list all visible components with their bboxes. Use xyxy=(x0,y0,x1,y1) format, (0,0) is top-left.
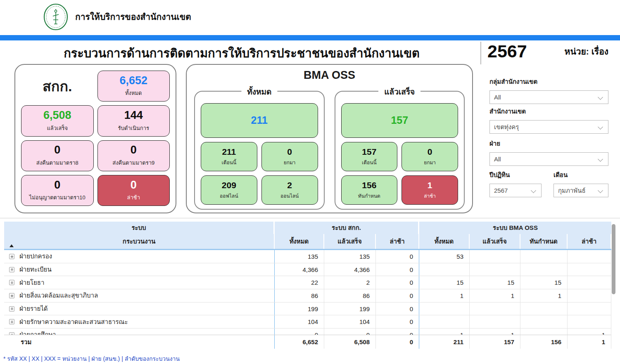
district-dropdown[interactable]: เขตทุ่งครุ xyxy=(489,120,608,134)
oss-done-ontime-card: 156 ทันกำหนด xyxy=(341,175,398,205)
oss-total-group: ทั้งหมด 211 211 เดือนนี้ 0 ยกมา 209 xyxy=(194,91,325,210)
group-header-bma-oss: ระบบ BMA OSS xyxy=(419,222,611,234)
cell: 1 xyxy=(419,329,470,335)
chevron-down-icon xyxy=(598,156,603,162)
oss-total-offline-card: 209 ออฟไลน์ xyxy=(201,175,257,205)
scrollbar-thumb[interactable] xyxy=(612,224,615,294)
cell: 15 xyxy=(470,276,520,289)
expand-icon[interactable] xyxy=(9,254,14,259)
sakok-card-return8: 0 ส่งคืนตามมาตรา8 xyxy=(21,140,94,171)
sakok-return8-label: ส่งคืนตามมาตรา8 xyxy=(36,158,78,167)
oss-total-carried-card: 0 ยกมา xyxy=(261,142,318,171)
sakok-return8-value: 0 xyxy=(54,144,60,156)
cell xyxy=(470,250,520,263)
sakok-card-done: 6,508 แล้วเสร็จ xyxy=(21,105,94,136)
expand-icon[interactable] xyxy=(9,332,14,335)
oss-done-late-value: 1 xyxy=(428,180,432,190)
oss-total-online-label: ออนไลน์ xyxy=(280,192,299,200)
expand-icon[interactable] xyxy=(9,293,14,298)
chevron-down-icon xyxy=(598,124,603,130)
cell xyxy=(568,250,611,263)
app-title: การให้บริการของสำนักงานเขต xyxy=(75,10,191,24)
table-scrollbar[interactable] xyxy=(612,224,616,348)
total-cell: 211 xyxy=(419,335,470,349)
col-header-sakok-total[interactable]: ทั้งหมด xyxy=(275,234,324,249)
expand-icon[interactable] xyxy=(9,267,14,272)
col-header-oss-ontime[interactable]: ทันกำหนด xyxy=(520,234,568,249)
col-header-process[interactable]: กระบวนงาน xyxy=(4,234,275,249)
cell xyxy=(470,263,520,276)
oss-done-late-card: 1 ล่าช้า xyxy=(401,175,458,205)
table-column-header-row: กระบวนงาน ทั้งหมด แล้วเสร็จ ล่าช้า ทั้งห… xyxy=(4,234,611,250)
cell: 1 xyxy=(470,289,520,302)
col-header-oss-done[interactable]: แล้วเสร็จ xyxy=(470,234,520,249)
division-dropdown-value: All xyxy=(494,156,501,163)
table-group-header-row: ระบบ ระบบ สกก. ระบบ BMA OSS xyxy=(4,222,611,234)
cell: 0 xyxy=(376,250,419,263)
total-cell: 6,652 xyxy=(275,335,324,349)
oss-total-thismonth-card: 211 เดือนนี้ xyxy=(201,142,257,171)
sakok-return9-value: 0 xyxy=(131,144,137,156)
filter-division-label: ฝ่าย xyxy=(489,139,608,149)
col-header-oss-late[interactable]: ล่าช้า xyxy=(568,234,611,249)
cell: 0 xyxy=(376,276,419,289)
expand-icon[interactable] xyxy=(9,306,14,312)
division-dropdown[interactable]: All xyxy=(489,152,608,166)
sakok-total-label: ทั้งหมด xyxy=(125,89,142,97)
cell: 22 xyxy=(275,276,324,289)
table-body[interactable]: ฝ่ายปกครอง 135 135 0 53 ฝ่ายทะเบียน 4,36… xyxy=(4,250,611,335)
footer-note: * รหัส XX | XX | XXX = หน่วยงาน | ฝ่าย (… xyxy=(3,354,180,363)
year-dropdown[interactable]: 2567 xyxy=(489,184,542,197)
col-header-oss-total[interactable]: ทั้งหมด xyxy=(419,234,470,249)
sakok-card-denied10: 0 ไม่อนุญาตตามมาตรา10 xyxy=(21,175,94,206)
total-label: รวม xyxy=(4,335,275,349)
unit-label: หน่วย: เรื่อง xyxy=(565,45,608,58)
oss-done-carried-label: ยกมา xyxy=(424,158,436,166)
district-dropdown-value: เขตทุ่งครุ xyxy=(494,122,519,132)
total-cell: 0 xyxy=(376,335,419,349)
sakok-total-value: 6,652 xyxy=(119,75,147,87)
cell xyxy=(470,303,520,315)
accent-bar xyxy=(0,35,620,40)
expand-icon[interactable] xyxy=(9,319,14,324)
table-row: ฝ่ายรักษาความสะอาดและสวนสาธารณะ 104 104 … xyxy=(4,315,611,329)
cell xyxy=(568,263,611,276)
oss-total-thismonth-label: เดือนนี้ xyxy=(222,158,237,166)
filter-division: ฝ่าย All xyxy=(489,139,608,166)
filter-district: สำนักงานเขต เขตทุ่งครุ xyxy=(489,106,608,134)
cell: 1 xyxy=(520,289,568,302)
row-label: ฝ่ายโยธา xyxy=(19,278,44,288)
total-cell: 157 xyxy=(470,335,520,349)
month-dropdown[interactable]: กุมภาพันธ์ xyxy=(553,184,608,197)
cell xyxy=(568,276,611,289)
sakok-card-total: 6,652 ทั้งหมด xyxy=(97,71,170,102)
total-cell: 6,508 xyxy=(324,335,376,349)
sakok-card-return9: 0 ส่งคืนตามมาตรา9 xyxy=(97,140,170,171)
sakok-done-label: แล้วเสร็จ xyxy=(47,124,68,132)
group-header-system: ระบบ xyxy=(4,222,275,234)
expand-icon[interactable] xyxy=(9,280,14,285)
oss-done-group: แล้วเสร็จ 157 157 เดือนนี้ 0 ยกมา 156 xyxy=(335,91,465,210)
cell xyxy=(470,315,520,328)
sakok-panel: สกก. 6,652 ทั้งหมด 6,508 แล้วเสร็จ 144 ร… xyxy=(14,64,176,213)
chevron-down-icon xyxy=(531,188,536,193)
col-header-sakok-late[interactable]: ล่าช้า xyxy=(376,234,419,249)
row-label: ฝ่ายการศึกษา xyxy=(19,330,56,335)
cell xyxy=(419,315,470,328)
cell: 0 xyxy=(324,329,376,335)
oss-done-main-value: 157 xyxy=(391,115,408,126)
cell xyxy=(419,263,470,276)
table-row: ฝ่ายปกครอง 135 135 0 53 xyxy=(4,250,611,263)
oss-total-main-card: 211 xyxy=(201,103,318,138)
cell: 86 xyxy=(275,289,324,302)
sort-ascending-icon[interactable] xyxy=(10,244,14,247)
chevron-down-icon xyxy=(598,188,603,193)
cell xyxy=(520,250,568,263)
bma-oss-panel: BMA OSS ทั้งหมด 211 211 เดือนนี้ 0 ยกมา xyxy=(186,64,473,213)
oss-done-main-card: 157 xyxy=(341,103,458,138)
oss-total-online-value: 2 xyxy=(287,180,292,190)
col-header-sakok-done[interactable]: แล้วเสร็จ xyxy=(324,234,376,249)
district-group-dropdown[interactable]: All xyxy=(489,90,608,104)
filter-month: เดือน กุมภาพันธ์ xyxy=(553,170,608,197)
app-header: การให้บริการของสำนักงานเขต xyxy=(0,0,620,35)
